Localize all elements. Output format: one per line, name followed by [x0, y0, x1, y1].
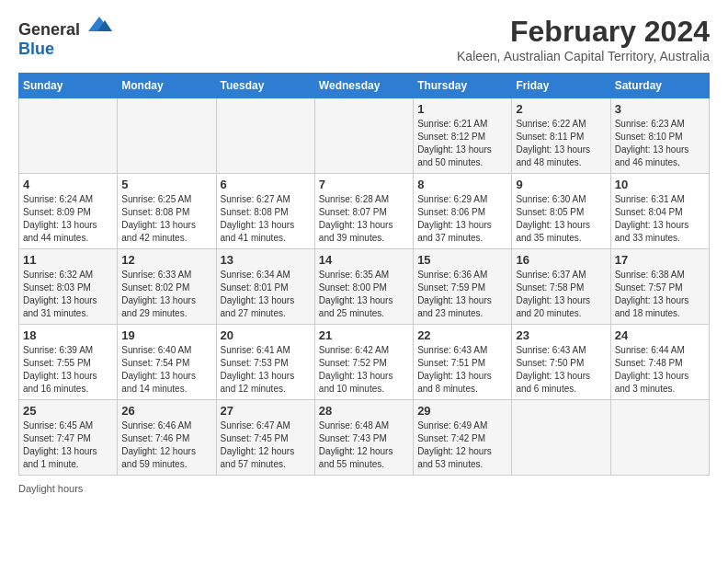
- day-info: Sunrise: 6:37 AM Sunset: 7:58 PM Dayligh…: [516, 269, 606, 320]
- calendar-day-cell: 25Sunrise: 6:45 AM Sunset: 7:47 PM Dayli…: [19, 400, 118, 476]
- calendar-week-row: 1Sunrise: 6:21 AM Sunset: 8:12 PM Daylig…: [19, 98, 710, 174]
- calendar-day-cell: 16Sunrise: 6:37 AM Sunset: 7:58 PM Dayli…: [512, 249, 610, 325]
- day-number: 8: [417, 178, 507, 191]
- calendar-day-cell: 13Sunrise: 6:34 AM Sunset: 8:01 PM Dayli…: [216, 249, 314, 325]
- calendar-header-row: SundayMondayTuesdayWednesdayThursdayFrid…: [19, 74, 710, 98]
- calendar-body: 1Sunrise: 6:21 AM Sunset: 8:12 PM Daylig…: [19, 98, 710, 476]
- day-number: 12: [121, 253, 211, 267]
- day-number: 18: [23, 328, 113, 342]
- calendar-day-cell: 22Sunrise: 6:43 AM Sunset: 7:51 PM Dayli…: [414, 325, 512, 400]
- day-info: Sunrise: 6:32 AM Sunset: 8:03 PM Dayligh…: [23, 269, 113, 320]
- day-number: 13: [221, 253, 311, 267]
- day-number: 2: [516, 102, 606, 116]
- day-number: 19: [121, 328, 211, 342]
- calendar-day-cell: 10Sunrise: 6:31 AM Sunset: 8:04 PM Dayli…: [610, 174, 709, 249]
- calendar-header-cell: Tuesday: [216, 74, 314, 98]
- calendar-header-cell: Monday: [118, 74, 216, 98]
- day-info: Sunrise: 6:43 AM Sunset: 7:51 PM Dayligh…: [417, 344, 507, 396]
- calendar-week-row: 25Sunrise: 6:45 AM Sunset: 7:47 PM Dayli…: [19, 400, 710, 476]
- day-number: 20: [221, 328, 311, 342]
- day-number: 10: [615, 178, 705, 191]
- footer-daylight: Daylight hours: [18, 483, 710, 494]
- calendar-week-row: 4Sunrise: 6:24 AM Sunset: 8:09 PM Daylig…: [19, 174, 710, 249]
- day-number: 28: [319, 404, 409, 418]
- calendar-day-cell: 5Sunrise: 6:25 AM Sunset: 8:08 PM Daylig…: [118, 174, 216, 249]
- calendar-day-cell: 29Sunrise: 6:49 AM Sunset: 7:42 PM Dayli…: [414, 400, 512, 476]
- calendar-table: SundayMondayTuesdayWednesdayThursdayFrid…: [18, 73, 710, 476]
- logo: General Blue: [18, 15, 112, 59]
- logo-blue: Blue: [18, 40, 54, 58]
- day-number: 3: [615, 102, 705, 116]
- calendar-day-cell: 3Sunrise: 6:23 AM Sunset: 8:10 PM Daylig…: [610, 98, 709, 174]
- day-number: 25: [23, 404, 113, 418]
- day-info: Sunrise: 6:24 AM Sunset: 8:09 PM Dayligh…: [23, 193, 113, 245]
- day-info: Sunrise: 6:23 AM Sunset: 8:10 PM Dayligh…: [615, 118, 705, 169]
- calendar-day-cell: 9Sunrise: 6:30 AM Sunset: 8:05 PM Daylig…: [512, 174, 610, 249]
- day-info: Sunrise: 6:42 AM Sunset: 7:52 PM Dayligh…: [319, 344, 409, 396]
- day-info: Sunrise: 6:28 AM Sunset: 8:07 PM Dayligh…: [319, 193, 409, 245]
- day-info: Sunrise: 6:27 AM Sunset: 8:08 PM Dayligh…: [221, 193, 311, 245]
- day-info: Sunrise: 6:30 AM Sunset: 8:05 PM Dayligh…: [516, 193, 606, 245]
- calendar-day-cell: [314, 98, 413, 174]
- day-info: Sunrise: 6:34 AM Sunset: 8:01 PM Dayligh…: [221, 269, 311, 320]
- calendar-day-cell: 8Sunrise: 6:29 AM Sunset: 8:06 PM Daylig…: [414, 174, 512, 249]
- calendar-header-cell: Wednesday: [314, 74, 413, 98]
- logo-general: General: [18, 20, 80, 39]
- calendar-day-cell: 21Sunrise: 6:42 AM Sunset: 7:52 PM Dayli…: [314, 325, 413, 400]
- day-info: Sunrise: 6:47 AM Sunset: 7:45 PM Dayligh…: [221, 419, 311, 471]
- calendar-day-cell: 26Sunrise: 6:46 AM Sunset: 7:46 PM Dayli…: [118, 400, 216, 476]
- header: General Blue February 2024 Kaleen, Austr…: [18, 15, 710, 63]
- day-number: 15: [417, 253, 507, 267]
- day-info: Sunrise: 6:29 AM Sunset: 8:06 PM Dayligh…: [417, 193, 507, 245]
- calendar-day-cell: [19, 98, 118, 174]
- calendar-header-cell: Friday: [512, 74, 610, 98]
- calendar-day-cell: 19Sunrise: 6:40 AM Sunset: 7:54 PM Dayli…: [118, 325, 216, 400]
- day-number: 4: [23, 178, 113, 191]
- day-number: 22: [417, 328, 507, 342]
- calendar-day-cell: 6Sunrise: 6:27 AM Sunset: 8:08 PM Daylig…: [216, 174, 314, 249]
- calendar-day-cell: [610, 400, 709, 476]
- calendar-week-row: 11Sunrise: 6:32 AM Sunset: 8:03 PM Dayli…: [19, 249, 710, 325]
- calendar-day-cell: 12Sunrise: 6:33 AM Sunset: 8:02 PM Dayli…: [118, 249, 216, 325]
- calendar-day-cell: 23Sunrise: 6:43 AM Sunset: 7:50 PM Dayli…: [512, 325, 610, 400]
- logo-icon: [86, 15, 112, 35]
- title-block: February 2024 Kaleen, Australian Capital…: [457, 15, 710, 63]
- day-info: Sunrise: 6:40 AM Sunset: 7:54 PM Dayligh…: [121, 344, 211, 396]
- day-number: 23: [516, 328, 606, 342]
- subtitle: Kaleen, Australian Capital Territory, Au…: [457, 49, 710, 63]
- calendar-day-cell: 28Sunrise: 6:48 AM Sunset: 7:43 PM Dayli…: [314, 400, 413, 476]
- day-info: Sunrise: 6:44 AM Sunset: 7:48 PM Dayligh…: [615, 344, 705, 396]
- day-info: Sunrise: 6:49 AM Sunset: 7:42 PM Dayligh…: [417, 419, 507, 471]
- calendar-header-cell: Sunday: [19, 74, 118, 98]
- day-number: 27: [221, 404, 311, 418]
- calendar-day-cell: 7Sunrise: 6:28 AM Sunset: 8:07 PM Daylig…: [314, 174, 413, 249]
- calendar-day-cell: 2Sunrise: 6:22 AM Sunset: 8:11 PM Daylig…: [512, 98, 610, 174]
- day-info: Sunrise: 6:45 AM Sunset: 7:47 PM Dayligh…: [23, 419, 113, 471]
- day-number: 17: [615, 253, 705, 267]
- calendar-day-cell: 27Sunrise: 6:47 AM Sunset: 7:45 PM Dayli…: [216, 400, 314, 476]
- day-info: Sunrise: 6:22 AM Sunset: 8:11 PM Dayligh…: [516, 118, 606, 169]
- day-number: 7: [319, 178, 409, 191]
- day-number: 24: [615, 328, 705, 342]
- day-info: Sunrise: 6:46 AM Sunset: 7:46 PM Dayligh…: [121, 419, 211, 471]
- calendar-day-cell: 17Sunrise: 6:38 AM Sunset: 7:57 PM Dayli…: [610, 249, 709, 325]
- day-number: 5: [121, 178, 211, 191]
- calendar-day-cell: 14Sunrise: 6:35 AM Sunset: 8:00 PM Dayli…: [314, 249, 413, 325]
- calendar-day-cell: 15Sunrise: 6:36 AM Sunset: 7:59 PM Dayli…: [414, 249, 512, 325]
- day-info: Sunrise: 6:39 AM Sunset: 7:55 PM Dayligh…: [23, 344, 113, 396]
- day-info: Sunrise: 6:21 AM Sunset: 8:12 PM Dayligh…: [417, 118, 507, 169]
- calendar-week-row: 18Sunrise: 6:39 AM Sunset: 7:55 PM Dayli…: [19, 325, 710, 400]
- day-number: 9: [516, 178, 606, 191]
- calendar-day-cell: [512, 400, 610, 476]
- day-info: Sunrise: 6:33 AM Sunset: 8:02 PM Dayligh…: [121, 269, 211, 320]
- day-info: Sunrise: 6:35 AM Sunset: 8:00 PM Dayligh…: [319, 269, 409, 320]
- calendar-day-cell: 24Sunrise: 6:44 AM Sunset: 7:48 PM Dayli…: [610, 325, 709, 400]
- day-number: 16: [516, 253, 606, 267]
- main-title: February 2024: [457, 15, 710, 49]
- day-number: 29: [417, 404, 507, 418]
- day-number: 21: [319, 328, 409, 342]
- day-number: 11: [23, 253, 113, 267]
- calendar-day-cell: 18Sunrise: 6:39 AM Sunset: 7:55 PM Dayli…: [19, 325, 118, 400]
- day-info: Sunrise: 6:36 AM Sunset: 7:59 PM Dayligh…: [417, 269, 507, 320]
- day-info: Sunrise: 6:41 AM Sunset: 7:53 PM Dayligh…: [221, 344, 311, 396]
